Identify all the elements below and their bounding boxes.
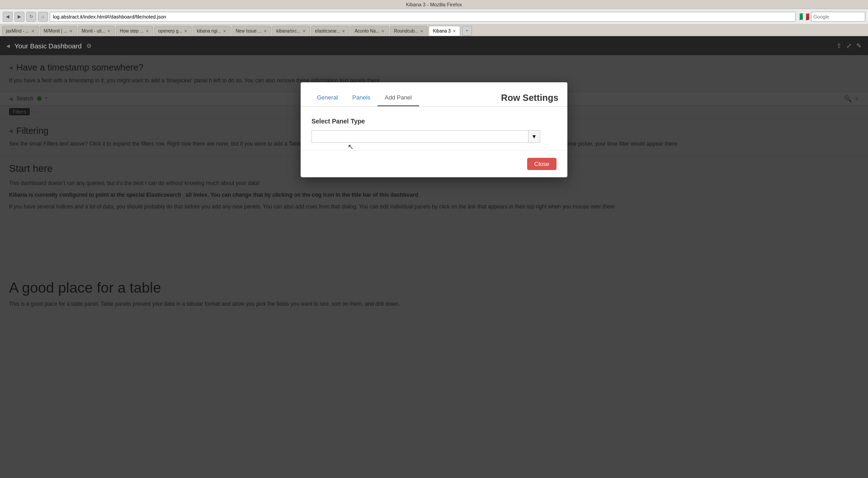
- panel-type-input[interactable]: [311, 130, 528, 143]
- select-panel-label: Select Panel Type: [311, 118, 557, 125]
- new-tab-button[interactable]: +: [462, 26, 472, 36]
- fullscreen-icon[interactable]: ⤢: [846, 42, 852, 49]
- flag-icon: 🇮🇹: [799, 12, 809, 22]
- tab-monit[interactable]: Monit - uti...✕: [78, 26, 115, 36]
- share-icon[interactable]: ⇧: [836, 42, 842, 49]
- tab-newissue[interactable]: New Issue ...✕: [231, 26, 271, 36]
- modal-footer: Close: [301, 150, 567, 177]
- tab-kibanasrc[interactable]: kibana/src...✕: [272, 26, 310, 36]
- close-button[interactable]: Close: [527, 158, 557, 170]
- modal-header: General Panels Add Panel Row Settings: [301, 82, 567, 107]
- edit-icon[interactable]: ✎: [856, 42, 862, 49]
- tab-elastic[interactable]: elasticsear...✕: [311, 26, 350, 36]
- tab-panels[interactable]: Panels: [345, 90, 377, 106]
- forward-button[interactable]: ▶: [14, 12, 24, 22]
- tab-add-panel[interactable]: Add Panel: [377, 90, 419, 106]
- modal-tabs: General Panels Add Panel: [310, 90, 419, 106]
- address-bar[interactable]: [50, 12, 796, 22]
- dropdown-arrow-icon: ▼: [532, 133, 537, 140]
- search-box[interactable]: [811, 12, 865, 22]
- tab-roundcub[interactable]: Roundcub...✕: [390, 26, 428, 36]
- tabs-bar: jaxMind - ...✕ M/Monit | ...✕ Monit - ut…: [0, 24, 868, 36]
- browser-titlebar: Kibana 3 - Mozilla Firefox: [0, 0, 868, 9]
- tab-kibana3[interactable]: Kibana 3✕: [429, 26, 460, 36]
- back-button[interactable]: ◀: [3, 12, 13, 22]
- reload-button[interactable]: ↻: [26, 12, 36, 22]
- browser-title: Kibana 3 - Mozilla Firefox: [406, 2, 462, 7]
- tab-openerp[interactable]: openerp g...✕: [154, 26, 192, 36]
- home-button[interactable]: ⌂: [38, 12, 48, 22]
- tab-acunto[interactable]: Acunto Na...✕: [350, 26, 389, 36]
- main-content: ◀ Have a timestamp somewhere? If you hav…: [0, 55, 868, 478]
- tab-mmonit[interactable]: M/Monit | ...✕: [40, 26, 77, 36]
- app-container: ◀ Your Basic Dashboard ⚙ ⇧ ⤢ ✎ ◀ Have a …: [0, 36, 868, 478]
- modal-body: Select Panel Type ▼ ↖: [301, 107, 567, 150]
- tab-howstep[interactable]: How step ...✕: [116, 26, 153, 36]
- tab-general[interactable]: General: [310, 90, 345, 106]
- app-header: ◀ Your Basic Dashboard ⚙ ⇧ ⤢ ✎: [0, 36, 868, 55]
- collapse-dashboard-icon[interactable]: ◀: [6, 43, 10, 48]
- browser-toolbar: ◀ ▶ ↻ ⌂ 🇮🇹: [0, 9, 868, 24]
- settings-gear-icon[interactable]: ⚙: [86, 43, 92, 49]
- tab-jaxmind[interactable]: jaxMind - ...✕: [2, 26, 39, 36]
- modal-title: Row Settings: [501, 93, 558, 103]
- app-title: Your Basic Dashboard: [14, 42, 82, 50]
- row-settings-modal: General Panels Add Panel Row Settings Se…: [301, 82, 567, 177]
- panel-type-dropdown-button[interactable]: ▼: [528, 130, 540, 143]
- panel-type-select-container: ▼: [311, 130, 540, 143]
- tab-kibanangi[interactable]: kibana ngi...✕: [193, 26, 231, 36]
- modal-overlay: General Panels Add Panel Row Settings Se…: [0, 55, 868, 478]
